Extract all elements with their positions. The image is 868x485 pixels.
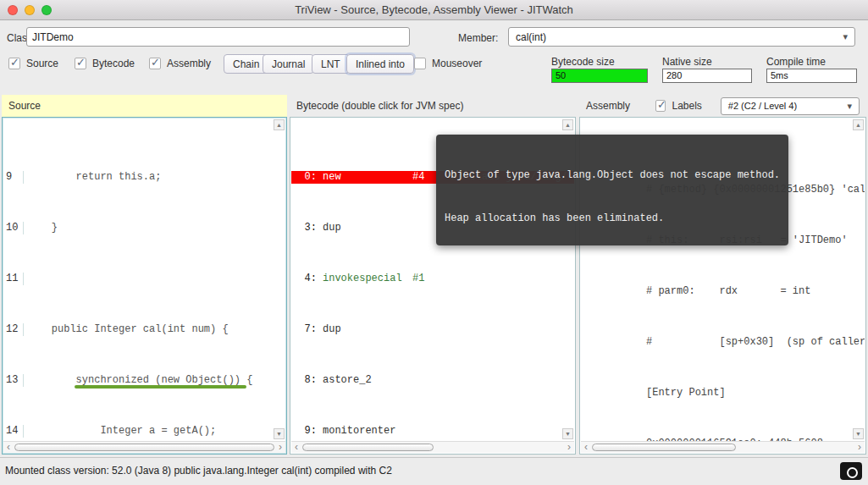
line-number: 9 xyxy=(3,171,24,184)
bytecode-checkbox[interactable] xyxy=(75,58,86,69)
bytecode-operand xyxy=(412,323,451,336)
assembly-checkbox-group: Assembly xyxy=(149,57,211,70)
window-title: TriView - Source, Bytecode, Assembly Vie… xyxy=(0,0,868,20)
source-line-text: public Integer cal(int num) { xyxy=(24,323,229,336)
bytecode-operand xyxy=(412,425,451,438)
source-line[interactable]: 10 } xyxy=(3,222,285,234)
scroll-thumb[interactable] xyxy=(14,444,274,451)
source-checkbox[interactable] xyxy=(8,58,20,69)
native-size-field[interactable]: 280 xyxy=(662,69,752,83)
assembly-line: [Entry Point] xyxy=(581,374,865,387)
native-size-label: Native size xyxy=(662,56,712,68)
bytecode-panel-header: Bytecode (double click for JVM spec) xyxy=(290,95,576,117)
scroll-up-arrow[interactable]: ▲ xyxy=(274,119,285,130)
scroll-right-arrow[interactable]: › xyxy=(564,442,574,453)
source-line[interactable]: 9 return this.a; xyxy=(3,171,285,184)
assembly-text: [Entry Point] xyxy=(646,387,726,399)
assembly-checkbox[interactable] xyxy=(149,58,161,69)
scroll-thumb[interactable] xyxy=(592,444,736,451)
member-label: Member: xyxy=(458,32,498,44)
source-line[interactable]: 12 public Integer cal(int num) { xyxy=(3,323,285,336)
labels-checkbox[interactable] xyxy=(655,100,666,112)
source-code-content: 9 return this.a; 10 } 11 12 public Int xyxy=(3,118,285,441)
chevron-down-icon: ▾ xyxy=(847,101,852,112)
bytecode-offset: 4: xyxy=(295,273,317,285)
scroll-thumb[interactable] xyxy=(302,444,434,451)
scroll-up-arrow[interactable]: ▲ xyxy=(562,119,573,130)
source-line-text xyxy=(24,273,27,285)
bytecode-row[interactable]: 7: dup xyxy=(291,323,574,336)
bytecode-mnemonic: new xyxy=(323,171,412,184)
bytecode-panel-title: Bytecode (double click for JVM spec) xyxy=(296,100,463,112)
tooltip-line-1: Object of type java.lang.Object does not… xyxy=(445,168,780,183)
horizontal-scrollbar[interactable]: ‹ › xyxy=(291,441,574,453)
inlined-into-button[interactable]: Inlined into xyxy=(346,54,414,74)
bytecode-mnemonic: dup xyxy=(323,323,412,336)
horizontal-scrollbar[interactable]: ‹ › xyxy=(3,441,285,453)
close-button[interactable] xyxy=(8,5,18,15)
scroll-left-arrow[interactable]: ‹ xyxy=(291,442,301,453)
assembly-checkbox-label: Assembly xyxy=(167,58,211,69)
scroll-down-arrow[interactable]: ▼ xyxy=(274,428,285,439)
source-line-text: } xyxy=(24,222,58,234)
assembly-text: # parm0: rdx = int xyxy=(646,285,810,297)
source-line[interactable]: 13 synchronized (new Object()) { xyxy=(3,374,285,387)
source-panel-title: Source xyxy=(8,100,41,112)
bytecode-row[interactable]: 4: invokespecial #1 xyxy=(291,273,574,285)
source-panel-header: Source xyxy=(2,95,287,117)
window-controls xyxy=(8,5,52,15)
mouseover-checkbox[interactable] xyxy=(414,58,426,69)
member-dropdown[interactable]: cal(int) ▾ xyxy=(508,27,855,47)
source-line[interactable]: 11 xyxy=(3,273,285,285)
maximize-button[interactable] xyxy=(41,5,52,15)
bytecode-offset: 3: xyxy=(295,222,317,234)
compilation-value: #2 (C2 / Level 4) xyxy=(728,101,797,111)
line-number: 11 xyxy=(3,273,24,285)
bytecode-offset: 7: xyxy=(295,323,317,336)
scroll-left-arrow[interactable]: ‹ xyxy=(581,442,591,453)
journal-button[interactable]: Journal xyxy=(263,54,314,74)
assembly-line: # [sp+0x30] (sp of caller) xyxy=(581,323,865,336)
bytecode-checkbox-group: Bytecode xyxy=(75,57,135,70)
source-line-text: return this.a; xyxy=(24,171,161,184)
scroll-right-arrow[interactable]: › xyxy=(275,442,285,453)
scroll-down-arrow[interactable]: ▼ xyxy=(853,428,864,439)
compilation-dropdown[interactable]: #2 (C2 / Level 4) ▾ xyxy=(721,97,860,115)
source-line-text: synchronized (new Object()) { xyxy=(24,374,252,387)
source-code-area[interactable]: 9 return this.a; 10 } 11 12 public Int xyxy=(2,117,287,455)
scroll-down-arrow[interactable]: ▼ xyxy=(562,428,573,439)
bytecode-offset: 8: xyxy=(295,374,317,387)
bytecode-mnemonic: dup xyxy=(323,222,412,234)
bytecode-row[interactable]: 8: astore_2 xyxy=(291,374,574,387)
mouseover-checkbox-label: Mouseover xyxy=(432,58,482,69)
line-number: 12 xyxy=(3,323,24,336)
bytecode-row[interactable]: 9: monitorenter xyxy=(291,425,574,438)
member-value: cal(int) xyxy=(516,31,546,43)
assembly-panel-header: Assembly Labels #2 (C2 / Level 4) ▾ xyxy=(579,95,866,117)
bytecode-mnemonic: invokespecial xyxy=(323,273,412,285)
compile-time-field[interactable]: 5ms xyxy=(766,69,857,83)
scroll-left-arrow[interactable]: ‹ xyxy=(3,442,14,453)
class-input[interactable] xyxy=(26,27,410,47)
source-line[interactable]: 14 Integer a = getA(); xyxy=(3,425,285,438)
minimize-button[interactable] xyxy=(25,5,35,15)
assembly-panel-title: Assembly xyxy=(586,100,630,112)
bytecode-operand: #1 xyxy=(412,273,451,285)
assembly-line: 0x0000000116591ea0: 448b 5608 xyxy=(581,425,865,438)
line-number: 14 xyxy=(3,425,24,438)
lnt-button[interactable]: LNT xyxy=(312,54,350,74)
labels-checkbox-label: Labels xyxy=(672,100,701,112)
source-line-text: Integer a = getA(); xyxy=(24,425,216,438)
chevron-down-icon: ▾ xyxy=(843,31,848,42)
scroll-right-arrow[interactable]: › xyxy=(854,442,865,453)
bytecode-mnemonic: monitorenter xyxy=(323,425,412,438)
bytecode-size-field[interactable]: 50 xyxy=(551,69,648,83)
tooltip-line-2: Heap allocation has been eliminated. xyxy=(445,212,780,226)
status-bar: Mounted class version: 52.0 (Java 8) pub… xyxy=(0,457,868,485)
compile-time-label: Compile time xyxy=(766,56,826,68)
source-checkbox-group: Source xyxy=(8,57,58,70)
line-number: 13 xyxy=(3,374,24,387)
scroll-up-arrow[interactable]: ▲ xyxy=(853,119,864,130)
camera-screenshot-button[interactable] xyxy=(840,462,862,480)
horizontal-scrollbar[interactable]: ‹ › xyxy=(581,441,865,453)
